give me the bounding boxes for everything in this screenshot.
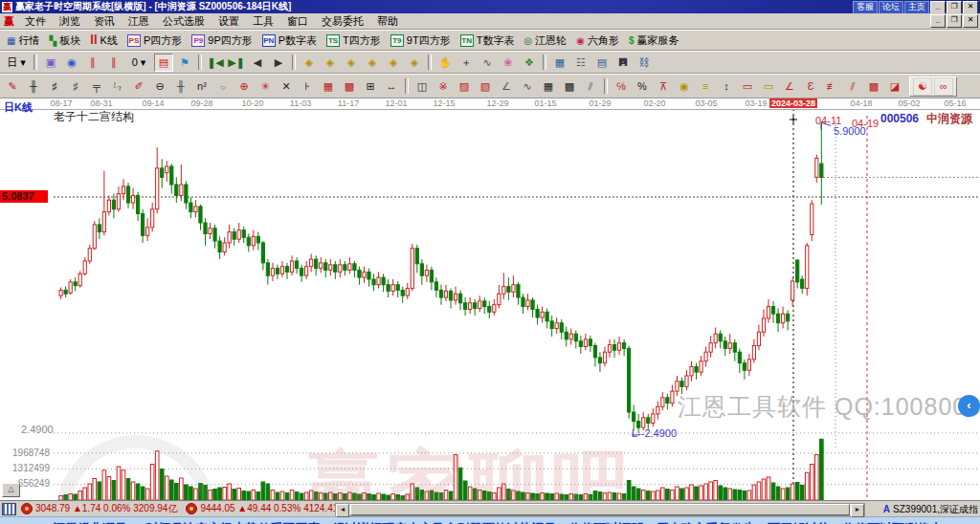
period-day-dropdown[interactable]: 日 ▾ — [3, 54, 30, 72]
sectors-button[interactable]: ▚板块 — [44, 33, 85, 48]
info-icon[interactable]: ◉ — [62, 54, 81, 72]
t-square-button[interactable]: TST四方形 — [322, 33, 386, 48]
menu-帮助[interactable]: 帮助 — [370, 14, 405, 28]
wave-tool-icon[interactable]: ∿ — [478, 54, 497, 72]
child-minimize-button[interactable]: _ — [930, 14, 946, 28]
infinity-button[interactable]: ∞ — [934, 77, 953, 96]
block-slant-tool[interactable]: ◪ — [885, 77, 904, 96]
p-table-button[interactable]: PNP数字表 — [257, 33, 322, 48]
flower-tool-icon[interactable]: ❀ — [499, 54, 518, 72]
elliott-tool[interactable]: Ɛ — [801, 77, 820, 96]
t9-square-button[interactable]: T99T四方形 — [386, 33, 456, 48]
sidebar-expand-button[interactable]: ‹ — [958, 395, 980, 417]
red-box-b-tool[interactable]: ▧ — [476, 77, 495, 96]
gold-frame-tool[interactable]: ▭ — [759, 77, 778, 96]
p9-square-button[interactable]: P99P四方形 — [187, 33, 256, 48]
grid-red-tool[interactable]: ▩ — [864, 77, 883, 96]
volume-pane-toggle-button[interactable]: △ — [2, 483, 20, 497]
menu-江恩[interactable]: 江恩 — [122, 14, 156, 28]
menu-窗口[interactable]: 窗口 — [280, 14, 315, 28]
square-grid-tool[interactable]: ▦ — [539, 77, 558, 96]
gann-diamond-2-icon[interactable]: ◈ — [321, 54, 340, 72]
menu-公式选股[interactable]: 公式选股 — [156, 14, 212, 28]
minimize-button[interactable]: _ — [930, 1, 946, 14]
price-grid-tool[interactable]: ♯ — [66, 77, 85, 96]
first-bar-icon[interactable]: ❚◀ — [206, 54, 225, 72]
gann-diamond-3-icon[interactable]: ◈ — [342, 54, 361, 72]
angle-tool[interactable]: ∠ — [497, 77, 516, 96]
ray-fan-tool[interactable]: ※ — [434, 77, 453, 96]
taiji-button[interactable]: ☯ — [913, 77, 932, 96]
kline-style-icon[interactable]: ▤ — [154, 54, 173, 72]
n-square-tool[interactable]: n² — [192, 77, 212, 96]
gann-diamond-6-icon[interactable]: ◈ — [405, 54, 424, 72]
t-table-button[interactable]: TNT数字表 — [456, 33, 520, 48]
last-bar-icon[interactable]: ▶❚ — [227, 54, 246, 72]
winner-service-button[interactable]: $赢家服务 — [624, 33, 684, 48]
scroll-left-arrow[interactable]: ◄ — [336, 504, 349, 517]
time-mark-tool[interactable]: ⊦ — [298, 77, 317, 96]
gann-diamond-1-icon[interactable]: ◈ — [300, 54, 319, 72]
x-cross-tool[interactable]: ✕ — [277, 77, 296, 96]
diamond-tool-icon[interactable]: ❖ — [520, 54, 539, 72]
parallel-line-tool[interactable]: ╫ — [24, 77, 43, 96]
hand-tool-icon[interactable]: ✋ — [435, 54, 455, 72]
kline-button[interactable]: ꟾꟾK线 — [85, 33, 122, 48]
calendar-icon[interactable]: ▦ — [550, 54, 569, 72]
restore-button[interactable]: ❐ — [947, 1, 962, 14]
notebook-icon[interactable]: ▤ — [592, 54, 612, 72]
horizontal-scrollbar[interactable]: ◄ ► — [335, 503, 865, 516]
gann-grid-tool[interactable]: ♯ — [45, 77, 64, 96]
menu-交易委托[interactable]: 交易委托 — [315, 14, 370, 28]
forum-link[interactable]: 论坛 — [879, 1, 903, 14]
red-frame-tool[interactable]: ▭ — [738, 77, 757, 96]
red-grid-a-tool[interactable]: ▦ — [319, 77, 338, 96]
p-square-button[interactable]: PSP四方形 — [122, 33, 187, 48]
menu-文件[interactable]: 文件 — [18, 14, 53, 28]
polyline-tool[interactable]: ㄣ — [108, 77, 127, 96]
time-ruler-tool[interactable]: ╫ — [171, 77, 190, 96]
box-grid-tool[interactable]: ⊞ — [361, 77, 380, 96]
red-grid-b-tool[interactable]: ▩ — [340, 77, 359, 96]
save-icon[interactable]: 🖪 — [613, 54, 633, 72]
star-ray-tool[interactable]: ✳ — [256, 77, 275, 96]
golden-circle-tool[interactable]: ◉ — [675, 77, 694, 96]
network-icon[interactable]: ⛓ — [635, 54, 654, 72]
menu-资讯[interactable]: 资讯 — [87, 14, 122, 28]
gann-diamond-5-icon[interactable]: ◈ — [384, 54, 403, 72]
flag-icon[interactable]: ⚑ — [175, 54, 194, 72]
prev-bar-icon[interactable]: ◀ — [248, 54, 267, 72]
scroll-right-arrow[interactable]: ► — [851, 504, 864, 517]
percent-lines-tool[interactable]: ⊼ — [654, 77, 673, 96]
percent-tool[interactable]: % — [633, 77, 652, 96]
box-select-tool[interactable]: ◫ — [412, 77, 432, 96]
horizontal-line-tool[interactable]: ╤ — [87, 77, 106, 96]
dense-grid-tool[interactable]: ▩ — [560, 77, 579, 96]
pencil-tool[interactable]: ✎ — [3, 77, 22, 96]
calculator-icon[interactable]: ☷ — [571, 54, 590, 72]
gann-diamond-4-icon[interactable]: ◈ — [363, 54, 382, 72]
kline-mark-up-icon[interactable]: ∥ — [83, 54, 102, 72]
circle-line-tool[interactable]: ⊖ — [150, 77, 169, 96]
red-box-a-tool[interactable]: ▨ — [455, 77, 474, 96]
window-style-icon[interactable]: ▣ — [41, 54, 60, 72]
wave-draw-tool[interactable]: ∿ — [518, 77, 537, 96]
menu-设置[interactable]: 设置 — [212, 14, 246, 28]
scale-tool[interactable]: ↕ — [717, 77, 736, 96]
golden-lines-tool[interactable]: ≡ — [696, 77, 715, 96]
homepage-link[interactable]: 主页 — [904, 1, 929, 14]
calendar-status-icon[interactable] — [2, 503, 16, 515]
quotes-button[interactable]: ▦行情 — [2, 33, 44, 48]
kline-mark-down-icon[interactable]: ∥ — [104, 54, 123, 72]
child-close-button[interactable]: ✕ — [963, 14, 978, 28]
slant-lines-tool[interactable]: ⫽ — [581, 77, 600, 96]
angle-red-tool[interactable]: ∠ — [780, 77, 799, 96]
menu-工具[interactable]: 工具 — [246, 14, 280, 28]
crosshair-tool-icon[interactable]: ＋ — [457, 54, 476, 72]
next-bar-icon[interactable]: ▶ — [269, 54, 288, 72]
protractor-tool[interactable]: ⌔ — [213, 77, 233, 96]
percent-small-tool[interactable]: ℅ — [612, 77, 631, 96]
service-link[interactable]: 客服 — [853, 1, 878, 14]
menu-浏览[interactable]: 浏览 — [53, 14, 87, 28]
weight-dropdown[interactable]: 0 ▾ — [125, 54, 152, 72]
